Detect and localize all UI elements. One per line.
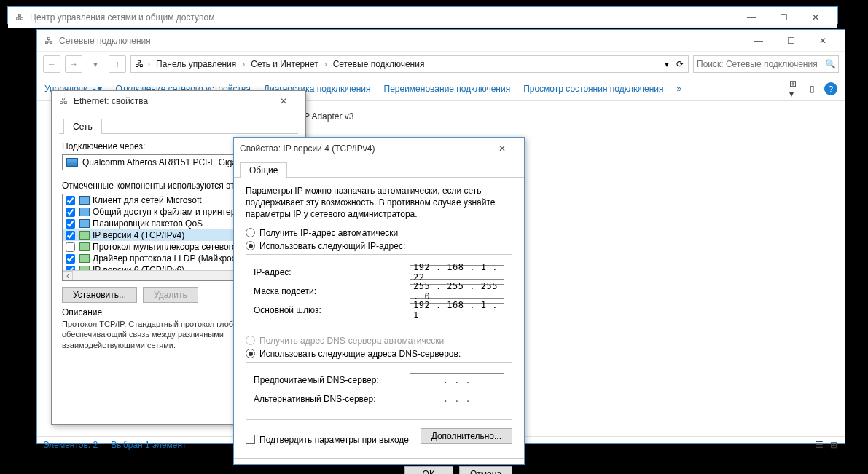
radio-icon <box>246 336 255 345</box>
scroll-left-icon[interactable]: ‹ <box>63 271 73 281</box>
chevron-right-icon: › <box>242 59 245 69</box>
dialog-title: Свойства: IP версии 4 (TCP/IPv4) <box>240 143 486 154</box>
minimize-button[interactable]: — <box>743 31 775 51</box>
titlebar[interactable]: 🖧 Сетевые подключения — ☐ ✕ <box>37 30 845 52</box>
icons-view-icon[interactable]: ⊞ <box>829 440 839 450</box>
breadcrumb-segment[interactable]: Панель управления <box>153 59 239 69</box>
back-button[interactable]: ← <box>43 55 60 73</box>
tab-general[interactable]: Общие <box>240 162 287 178</box>
selection-count: Выбран 1 элемент <box>111 440 186 450</box>
close-button[interactable]: ✕ <box>486 138 518 159</box>
advanced-button[interactable]: Дополнительно... <box>421 428 512 444</box>
service-icon <box>79 208 90 216</box>
ip-fieldset: IP-адрес:192 . 168 . 1 . 22 Маска подсет… <box>246 254 512 331</box>
close-button[interactable]: ✕ <box>267 91 300 111</box>
service-icon <box>79 219 90 228</box>
nic-icon <box>66 158 78 167</box>
chevron-right-icon: › <box>324 59 327 69</box>
adapter-name: Qualcomm Atheros AR8151 PCI-E Gigabit <box>82 157 246 167</box>
component-checkbox[interactable] <box>66 208 75 217</box>
preview-pane-icon[interactable]: ▯ <box>807 84 817 94</box>
preferred-dns-input[interactable]: . . . <box>410 373 504 387</box>
protocol-icon <box>79 254 90 263</box>
install-button[interactable]: Установить... <box>62 287 137 303</box>
window-icon: 🖧 <box>43 35 55 47</box>
dns-fieldset: Предпочитаемый DNS-сервер:. . . Альтерна… <box>246 362 512 420</box>
minimize-button[interactable]: — <box>735 7 767 28</box>
protocol-icon <box>79 231 90 240</box>
titlebar[interactable]: 🖧 Ethernet: свойства ✕ <box>52 91 305 111</box>
window-icon: 🖧 <box>14 12 26 23</box>
rename-button[interactable]: Переименование подключения <box>384 84 511 94</box>
dropdown-icon[interactable]: ▾ <box>662 59 672 69</box>
ip-address-input[interactable]: 192 . 168 . 1 . 22 <box>410 265 504 280</box>
component-checkbox[interactable] <box>66 254 75 264</box>
radio-auto-dns: Получить адрес DNS-сервера автоматически <box>246 336 512 346</box>
confirm-on-exit-checkbox[interactable]: Подтвердить параметры при выходе <box>246 435 409 445</box>
protocol-icon <box>79 242 90 251</box>
search-box[interactable]: 🔍 <box>693 55 839 73</box>
radio-manual-dns[interactable]: Использовать следующие адреса DNS-сервер… <box>246 349 512 359</box>
radio-icon[interactable] <box>246 228 255 237</box>
breadcrumb-segment[interactable]: Сеть и Интернет <box>248 59 321 69</box>
window-title: Сетевые подключения <box>59 36 743 46</box>
gateway-input[interactable]: 192 . 168 . 1 . 1 <box>410 303 504 317</box>
up-button[interactable]: ↑ <box>109 55 126 73</box>
ethernet-icon: 🖧 <box>58 95 69 107</box>
radio-icon[interactable] <box>246 349 255 358</box>
uninstall-button[interactable]: Удалить <box>143 287 198 303</box>
radio-auto-ip[interactable]: Получить IP-адрес автоматически <box>246 228 512 238</box>
close-button[interactable]: ✕ <box>799 7 832 28</box>
address-bar: ← → ▾ ↑ 🖧 › Панель управления › Сеть и И… <box>37 52 845 76</box>
gateway-label: Основной шлюз: <box>254 305 410 315</box>
status-button[interactable]: Просмотр состояния подключения <box>523 84 663 94</box>
breadcrumb-segment[interactable]: Сетевые подключения <box>330 59 428 69</box>
help-icon[interactable]: ? <box>824 82 837 95</box>
component-checkbox[interactable] <box>66 231 75 240</box>
maximize-button[interactable]: ☐ <box>775 31 807 51</box>
dns2-label: Альтернативный DNS-сервер: <box>254 394 410 404</box>
titlebar[interactable]: 🖧 Центр управления сетями и общим доступ… <box>8 7 837 28</box>
item-count: Элементов: 2 <box>43 440 98 450</box>
checkbox-icon[interactable] <box>246 435 255 444</box>
chevron-right-icon: › <box>147 59 150 69</box>
network-center-window: 🖧 Центр управления сетями и общим доступ… <box>7 6 838 24</box>
tab-network[interactable]: Сеть <box>63 119 102 134</box>
window-title: Центр управления сетями и общим доступом <box>30 12 735 23</box>
radio-icon[interactable] <box>246 241 255 250</box>
mask-label: Маска подсети: <box>254 286 410 296</box>
forward-button[interactable]: → <box>65 55 82 73</box>
ok-button[interactable]: OK <box>404 466 453 474</box>
titlebar[interactable]: Свойства: IP версии 4 (TCP/IPv4) ✕ <box>234 138 524 159</box>
alternate-dns-input[interactable]: . . . <box>410 392 504 406</box>
client-icon <box>79 196 90 205</box>
dns1-label: Предпочитаемый DNS-сервер: <box>254 375 410 385</box>
subnet-mask-input[interactable]: 255 . 255 . 255 . 0 <box>410 284 504 299</box>
tab-strip: Сеть <box>59 116 298 134</box>
view-options-icon[interactable]: ⊞ ▾ <box>789 84 799 94</box>
breadcrumb[interactable]: 🖧 › Панель управления › Сеть и Интернет … <box>130 55 689 73</box>
cancel-button[interactable]: Отмена <box>459 466 512 474</box>
close-button[interactable]: ✕ <box>807 31 839 51</box>
history-dropdown[interactable]: ▾ <box>87 55 104 73</box>
info-text: Параметры IP можно назначать автоматичес… <box>246 185 512 221</box>
component-checkbox[interactable] <box>66 242 75 252</box>
component-checkbox[interactable] <box>66 196 75 205</box>
radio-manual-ip[interactable]: Использовать следующий IP-адрес: <box>246 241 512 251</box>
ip-label: IP-адрес: <box>254 267 410 277</box>
overflow-button[interactable]: » <box>677 84 682 94</box>
breadcrumb-icon: 🖧 <box>134 59 144 69</box>
search-input[interactable] <box>697 59 822 69</box>
details-view-icon[interactable]: ☰ <box>814 440 824 450</box>
search-icon[interactable]: 🔍 <box>825 59 835 69</box>
dialog-title: Ethernet: свойства <box>74 96 267 106</box>
refresh-icon[interactable]: ⟳ <box>675 59 685 69</box>
ipv4-properties-dialog: Свойства: IP версии 4 (TCP/IPv4) ✕ Общие… <box>233 137 525 465</box>
maximize-button[interactable]: ☐ <box>767 7 799 28</box>
tab-strip: Общие <box>234 159 524 178</box>
component-checkbox[interactable] <box>66 219 75 229</box>
